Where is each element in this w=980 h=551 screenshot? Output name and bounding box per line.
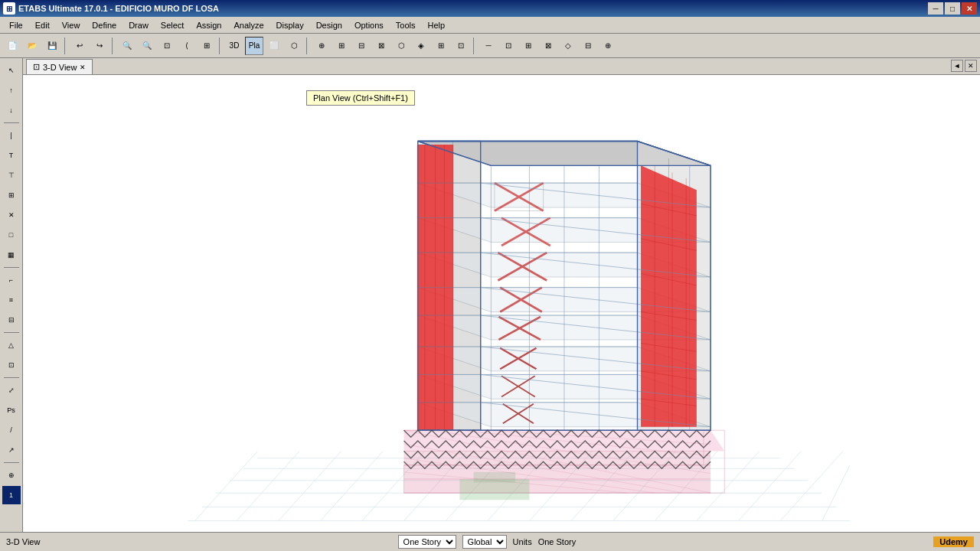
canvas-area[interactable]: Plan View (Ctrl+Shift+F1) (23, 75, 980, 532)
disp3-button[interactable]: ⊞ (519, 37, 537, 55)
cross-tool[interactable]: ✕ (2, 206, 21, 224)
menu-analyze[interactable]: Analyze (227, 19, 270, 31)
open-button[interactable]: 📂 (23, 37, 41, 55)
diag-arrow-tool[interactable]: ↗ (2, 441, 21, 459)
global-dropdown[interactable]: Global Local (462, 535, 507, 549)
tab-controls: ◄ ✕ (951, 60, 977, 72)
menu-select[interactable]: Select (155, 19, 191, 31)
main-content: ↖ ↑ ↓ | T ⊤ ⊞ ✕ □ ▦ ⌐ ≡ ⊟ △ ⊡ ⤢ Ps / ↗ ⊕… (0, 58, 980, 532)
pointer-tool[interactable]: ↖ (2, 61, 21, 80)
grid2-tool[interactable]: ▦ (2, 246, 21, 264)
square-tool[interactable]: □ (2, 226, 21, 244)
status-view-label: 3-D View (6, 537, 40, 546)
disp5-button[interactable]: ◇ (559, 37, 577, 55)
zoom-fit-button[interactable]: ⊡ (158, 37, 176, 55)
left-sep3 (4, 332, 19, 333)
sep5 (473, 37, 476, 54)
3d-view-button[interactable]: 3D (225, 37, 243, 55)
snap2-button[interactable]: ⊞ (332, 37, 351, 55)
menu-assign[interactable]: Assign (190, 19, 227, 31)
left-sep5 (4, 462, 19, 463)
tab-close-view[interactable]: ✕ (965, 60, 977, 72)
text-h-tool[interactable]: T (2, 146, 21, 165)
units-selector[interactable]: Units (513, 537, 532, 546)
snap1-button[interactable]: ⊕ (312, 37, 331, 55)
rotate3d-tool[interactable]: ⤢ (2, 381, 21, 399)
plan-view-button[interactable]: Pla (245, 37, 263, 55)
building-3d-view (23, 75, 980, 532)
zoom-prev-button[interactable]: ⟨ (178, 37, 196, 55)
title-bar: ETABS Ultimate 17.0.1 - EDIFICIO MURO DF… (0, 0, 980, 17)
maximize-button[interactable]: □ (945, 2, 960, 15)
sep2 (112, 37, 115, 54)
camera-tool[interactable]: ⊡ (2, 356, 21, 374)
sep3 (219, 37, 222, 54)
zoom-out-button[interactable]: 🔍 (138, 37, 156, 55)
disp2-button[interactable]: ⊡ (499, 37, 518, 55)
3d-view-tab[interactable]: ⊡ 3-D View ✕ (26, 59, 93, 74)
disp1-button[interactable]: ─ (479, 37, 498, 55)
arrow-down-tool[interactable]: ↓ (2, 101, 21, 119)
persp-view-button[interactable]: ⬡ (285, 37, 303, 55)
app-title: ETABS Ultimate 17.0.1 - EDIFICIO MURO DF… (18, 4, 219, 13)
menu-tools[interactable]: Tools (390, 19, 422, 31)
corner-tool[interactable]: ⌐ (2, 271, 21, 289)
num-tool[interactable]: 1 (2, 486, 21, 504)
svg-marker-24 (404, 452, 711, 494)
vert-line-tool[interactable]: | (2, 126, 21, 145)
tab-scroll-left[interactable]: ◄ (951, 60, 963, 72)
menu-design[interactable]: Design (310, 19, 348, 31)
disp4-button[interactable]: ⊠ (539, 37, 557, 55)
arrow-up-tool[interactable]: ↑ (2, 81, 21, 99)
disp6-button[interactable]: ⊟ (579, 37, 597, 55)
story-dropdown[interactable]: One Story All Stories (398, 535, 456, 549)
menu-draw[interactable]: Draw (122, 19, 155, 31)
minimize-button[interactable]: ─ (928, 2, 943, 15)
snap3-button[interactable]: ⊟ (352, 37, 371, 55)
menu-define[interactable]: Define (86, 19, 122, 31)
new-button[interactable]: 📄 (3, 37, 21, 55)
text-v-tool[interactable]: ⊤ (2, 166, 21, 184)
menu-options[interactable]: Options (348, 19, 390, 31)
menu-display[interactable]: Display (270, 19, 310, 31)
zoom-win-button[interactable]: ⊞ (198, 37, 216, 55)
snap8-button[interactable]: ⊡ (452, 37, 470, 55)
plan-view-tooltip: Plan View (Ctrl+Shift+F1) (306, 90, 415, 106)
view-tab-icon: ⊡ (33, 62, 40, 72)
zoom-in-button[interactable]: 🔍 (118, 37, 136, 55)
snap5-button[interactable]: ⬡ (392, 37, 410, 55)
slash-tool[interactable]: / (2, 421, 21, 439)
story-selector[interactable]: One Story All Stories (398, 535, 456, 549)
snap7-button[interactable]: ⊞ (432, 37, 450, 55)
cross2-tool[interactable]: ⊕ (2, 466, 21, 484)
undo-button[interactable]: ↩ (70, 37, 89, 55)
app-icon (3, 2, 15, 15)
menu-view[interactable]: View (56, 19, 87, 31)
tab-close-icon[interactable]: ✕ (80, 64, 86, 71)
grid-tool[interactable]: ⊞ (2, 186, 21, 204)
status-bar: 3-D View One Story All Stories Global Lo… (0, 532, 980, 551)
lamp-tool[interactable]: △ (2, 336, 21, 354)
save-button[interactable]: 💾 (43, 37, 61, 55)
stack-tool[interactable]: ≡ (2, 291, 21, 309)
floor-tool[interactable]: ⊟ (2, 311, 21, 329)
menu-help[interactable]: Help (422, 19, 452, 31)
coord-selector[interactable]: Global Local (462, 535, 507, 549)
story-label: One Story (538, 537, 577, 546)
title-controls: ─ □ ✕ (928, 2, 977, 15)
ps-tool[interactable]: Ps (2, 401, 21, 419)
elev-view-button[interactable]: ⬜ (265, 37, 283, 55)
sep1 (64, 37, 67, 54)
snap6-button[interactable]: ◈ (412, 37, 430, 55)
close-button[interactable]: ✕ (962, 2, 977, 15)
title-left: ETABS Ultimate 17.0.1 - EDIFICIO MURO DF… (3, 2, 219, 15)
view-tab-label: 3-D View (43, 63, 77, 72)
toolbar: 📄 📂 💾 ↩ ↪ 🔍 🔍 ⊡ ⟨ ⊞ 3D Pla ⬜ ⬡ ⊕ ⊞ ⊟ ⊠ ⬡… (0, 34, 980, 58)
menu-file[interactable]: File (3, 19, 29, 31)
svg-marker-38 (474, 472, 516, 483)
disp7-button[interactable]: ⊕ (599, 37, 617, 55)
redo-button[interactable]: ↪ (90, 37, 109, 55)
snap4-button[interactable]: ⊠ (372, 37, 390, 55)
menu-edit[interactable]: Edit (29, 19, 56, 31)
left-sep1 (4, 122, 19, 123)
